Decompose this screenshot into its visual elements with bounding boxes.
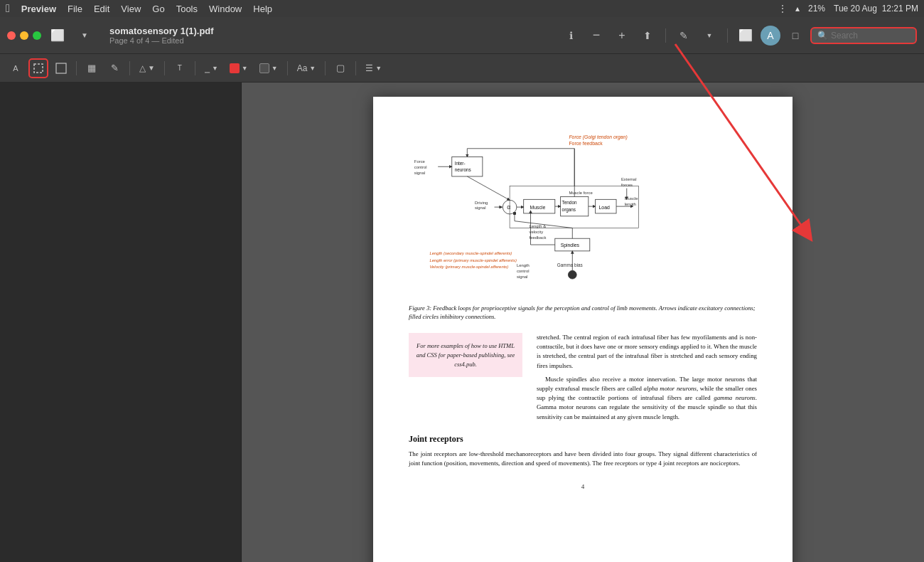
titlebar: ⬜ ▼ somatosensory 1(1).pdf Page 4 of 4 —… — [0, 17, 924, 54]
svg-text:Muscle: Muscle — [530, 205, 546, 210]
svg-text:control: control — [414, 165, 427, 169]
border-color-dropdown: ▼ — [242, 65, 248, 72]
pencil-button[interactable]: ✎ — [104, 58, 124, 78]
highlight-button[interactable]: ▦ — [82, 58, 102, 78]
pink-box-text: For more examples of how to use HTML and… — [417, 342, 515, 368]
svg-text:feedback: feedback — [530, 235, 547, 240]
toolbar-sep-2 — [129, 61, 130, 75]
close-button[interactable] — [7, 31, 16, 40]
border-color-swatch — [230, 63, 240, 73]
apple-menu[interactable]:  — [6, 2, 10, 15]
help-menu[interactable]: Help — [253, 4, 272, 14]
sidebar-toggle-button[interactable]: ⬜ — [47, 26, 68, 46]
svg-rect-1 — [56, 63, 66, 73]
svg-text:Spindles: Spindles — [561, 243, 580, 248]
svg-text:Force: Force — [414, 159, 425, 164]
figure-area: Force (Golgi tendon organ) Force feedbac… — [409, 125, 757, 322]
zoom-out-button[interactable]: − — [586, 26, 607, 46]
profile-button[interactable]: A — [761, 26, 780, 46]
search-input[interactable] — [831, 31, 909, 41]
crop-tool-button[interactable]: ▢ — [331, 58, 350, 78]
view-menu[interactable]: View — [121, 4, 141, 14]
search-icon: 🔍 — [817, 31, 828, 41]
svg-text:Length: Length — [517, 263, 530, 267]
svg-text:Muscle force: Muscle force — [569, 191, 592, 195]
maximize-button[interactable] — [33, 31, 41, 40]
svg-text:signal: signal — [517, 275, 527, 279]
datetime: Tue 20 Aug 12:21 PM — [834, 4, 918, 14]
line-style-button[interactable]: ⎯ ▼ — [200, 58, 222, 78]
crop-button[interactable]: ⬜ — [735, 26, 756, 46]
rect-select-icon — [33, 63, 44, 74]
bluetooth-icon[interactable]: ⋮ — [778, 4, 787, 14]
joint-receptors-section: Joint receptors The joint receptors are … — [409, 433, 757, 468]
document-subtitle: Page 4 of 4 — Edited — [109, 36, 214, 45]
layout-dropdown: ▼ — [375, 65, 382, 72]
svg-text:Tendon: Tendon — [562, 200, 577, 205]
toolbar-sep-7 — [355, 61, 356, 75]
tools-menu[interactable]: Tools — [176, 4, 198, 14]
svg-text:control: control — [517, 269, 530, 273]
lasso-button[interactable] — [51, 58, 71, 78]
feedback-diagram: Force (Golgi tendon organ) Force feedbac… — [409, 125, 757, 296]
svg-text:Gamma bias: Gamma bias — [557, 263, 583, 267]
figure-caption-text: Figure 3: Feedback loops for propriocept… — [409, 304, 756, 320]
svg-point-41 — [568, 270, 576, 279]
svg-text:α: α — [507, 203, 510, 211]
toolbar-sep-6 — [325, 61, 326, 75]
layout-icon: ☰ — [365, 63, 373, 73]
fill-color-swatch — [259, 63, 269, 73]
svg-text:Length error (primary muscle-s: Length error (primary muscle-spindel aff… — [429, 258, 516, 263]
font-size-button[interactable]: Aa ▼ — [293, 58, 321, 78]
file-menu[interactable]: File — [68, 4, 82, 14]
markup-toolbar-button[interactable]: □ — [785, 26, 806, 46]
figure-caption: Figure 3: Feedback loops for propriocept… — [409, 304, 757, 322]
line-icon: ⎯ — [205, 63, 210, 73]
body-paragraph-1: stretched. The central region of each in… — [537, 333, 757, 371]
body-paragraph-2: Muscle spindles also receive a motor inn… — [537, 375, 757, 422]
menubar:  Preview File Edit View Go Tools Window… — [0, 0, 924, 17]
font-label: Aa — [297, 63, 308, 73]
diagram-container: Force (Golgi tendon organ) Force feedbac… — [409, 125, 757, 299]
app-name-menu[interactable]: Preview — [21, 4, 56, 14]
toolbar-sep-3 — [164, 61, 165, 75]
toolbar-sep-1 — [76, 61, 77, 75]
svg-line-16 — [467, 176, 510, 200]
svg-text:Length &: Length & — [530, 225, 547, 229]
shapes-button[interactable]: △ ▼ — [135, 58, 159, 78]
info-button[interactable]: ℹ — [560, 26, 581, 46]
window-controls: ⬜ ▼ — [7, 26, 95, 46]
edit-menu[interactable]: Edit — [94, 4, 109, 14]
share-button[interactable]: ⬆ — [637, 26, 658, 46]
pen-tool-button[interactable]: ✎ — [673, 26, 694, 46]
line-dropdown: ▼ — [212, 65, 218, 72]
svg-text:length: length — [625, 202, 636, 206]
toolbar-separator-2 — [727, 28, 728, 43]
search-box[interactable]: 🔍 — [810, 27, 917, 44]
window-menu[interactable]: Window — [209, 4, 242, 14]
right-column: stretched. The central region of each in… — [537, 333, 757, 426]
font-dropdown: ▼ — [309, 65, 316, 72]
sidebar-chevron-button[interactable]: ▼ — [74, 26, 95, 46]
rect-select-button[interactable] — [28, 58, 48, 78]
section-heading: Joint receptors — [409, 433, 757, 445]
page-layout-button[interactable]: ☰ ▼ — [361, 58, 386, 78]
menubar-left:  Preview File Edit View Go Tools Window… — [6, 2, 272, 15]
lasso-icon — [55, 63, 67, 74]
text-tool-button[interactable]: A — [6, 58, 26, 78]
document-area[interactable]: Force (Golgi tendon organ) Force feedbac… — [242, 83, 924, 562]
go-menu[interactable]: Go — [152, 4, 164, 14]
border-color-button[interactable]: ▼ — [225, 58, 252, 78]
menubar-right: ⋮ ▴ 21% Tue 20 Aug 12:21 PM — [778, 4, 918, 14]
shapes-label: ▼ — [148, 64, 155, 72]
pen-dropdown-button[interactable]: ▼ — [699, 26, 720, 46]
traffic-lights — [7, 31, 41, 40]
svg-text:signal: signal — [475, 206, 485, 210]
text-box-button[interactable]: T — [170, 58, 190, 78]
zoom-in-button[interactable]: + — [611, 26, 633, 46]
sidebar — [0, 83, 242, 562]
main-area: Force (Golgi tendon organ) Force feedbac… — [0, 83, 924, 562]
fill-color-button[interactable]: ▼ — [255, 58, 282, 78]
wifi-icon: ▴ — [795, 4, 800, 14]
minimize-button[interactable] — [20, 31, 28, 40]
